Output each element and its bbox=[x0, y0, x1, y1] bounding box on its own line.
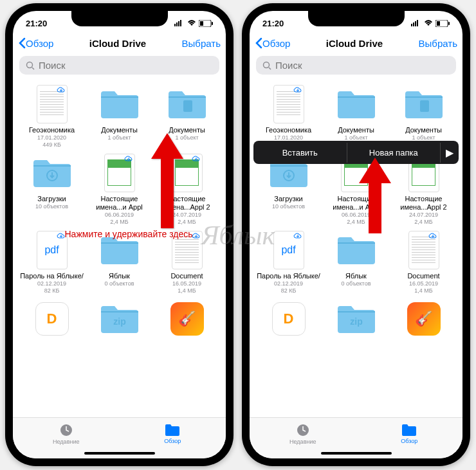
item-name: Document bbox=[170, 272, 203, 280]
file-item[interactable]: Document16.05.20191,4 МБ bbox=[391, 230, 456, 294]
svg-rect-5 bbox=[212, 22, 213, 25]
item-icon bbox=[266, 84, 312, 125]
svg-rect-9 bbox=[183, 100, 192, 112]
folder-icon bbox=[401, 424, 417, 437]
chevron-left-icon bbox=[18, 37, 26, 49]
clock-icon bbox=[296, 423, 310, 437]
item-name: Пароль на Яблыке/ bbox=[20, 272, 84, 280]
item-icon bbox=[333, 230, 380, 271]
item-icon: zip bbox=[333, 298, 380, 339]
annotation-left: Нажмите и удерживайте здесь bbox=[64, 228, 193, 240]
search-input[interactable] bbox=[39, 60, 213, 71]
nav-title: iCloud Drive bbox=[290, 38, 418, 49]
file-item[interactable]: Яблык0 объектов bbox=[324, 230, 389, 294]
item-icon bbox=[401, 230, 447, 271]
file-item[interactable]: D bbox=[19, 298, 84, 341]
home-indicator[interactable] bbox=[84, 452, 155, 455]
item-name: Настоящие имена...и Appl bbox=[87, 195, 152, 212]
phone-right: 21:20 Обзор iCloud Drive Выбрать Геоэкон… bbox=[242, 3, 470, 466]
item-icon bbox=[164, 84, 210, 125]
file-item[interactable]: Геоэкономика17.01.2020449 КБ bbox=[256, 84, 321, 149]
notch bbox=[308, 11, 405, 26]
file-item[interactable]: zip bbox=[87, 298, 152, 341]
item-icon bbox=[333, 84, 380, 125]
arrow-annotation-right bbox=[356, 158, 394, 235]
file-item[interactable]: 🎸 bbox=[154, 298, 219, 341]
search-bar[interactable] bbox=[19, 56, 219, 75]
item-icon: 🎸 bbox=[164, 298, 210, 339]
svg-rect-23 bbox=[420, 100, 429, 112]
item-name: Геоэкономика bbox=[29, 126, 75, 134]
svg-text:zip: zip bbox=[113, 316, 125, 327]
svg-point-7 bbox=[27, 62, 33, 68]
item-name: Пароль на Яблыке/ bbox=[257, 272, 320, 280]
status-time: 21:20 bbox=[262, 19, 284, 28]
svg-rect-19 bbox=[448, 22, 450, 25]
svg-marker-26 bbox=[359, 158, 391, 233]
nav-bar: Обзор iCloud Drive Выбрать bbox=[13, 32, 226, 55]
item-icon bbox=[401, 84, 447, 125]
item-name: Геоэкономика bbox=[266, 126, 311, 134]
svg-rect-14 bbox=[411, 24, 412, 26]
item-name: Документы bbox=[338, 126, 374, 134]
svg-rect-2 bbox=[178, 21, 179, 26]
item-name: Загрузки bbox=[37, 195, 66, 203]
arrow-annotation-left bbox=[148, 133, 187, 230]
item-icon: zip bbox=[96, 298, 143, 339]
item-icon bbox=[96, 152, 143, 194]
svg-rect-20 bbox=[437, 21, 440, 26]
svg-line-22 bbox=[269, 68, 271, 69]
svg-rect-0 bbox=[174, 24, 176, 26]
status-time: 21:20 bbox=[26, 19, 47, 28]
svg-rect-16 bbox=[415, 21, 416, 26]
item-name: Настоящие имена...Appl 2 bbox=[392, 195, 456, 212]
menu-more-arrow[interactable]: ▶ bbox=[441, 147, 459, 159]
file-item[interactable]: Документы1 объект bbox=[87, 84, 152, 149]
phone-left: 21:20 Обзор iCloud Drive Выбрать Геоэкон… bbox=[5, 3, 233, 466]
item-name: Документы bbox=[101, 126, 138, 134]
select-button[interactable]: Выбрать bbox=[419, 38, 457, 49]
status-indicators bbox=[411, 20, 450, 27]
item-icon: 🎸 bbox=[401, 298, 447, 339]
file-item[interactable]: Документы1 объект bbox=[391, 84, 456, 149]
item-name: Document bbox=[407, 272, 439, 280]
notch bbox=[71, 11, 168, 26]
chevron-left-icon bbox=[255, 37, 262, 49]
clock-icon bbox=[59, 423, 73, 437]
file-item[interactable]: Загрузки10 объектов bbox=[19, 152, 84, 226]
search-icon bbox=[262, 61, 271, 70]
svg-rect-15 bbox=[413, 23, 414, 26]
folder-icon bbox=[165, 424, 180, 437]
search-icon bbox=[26, 61, 35, 70]
svg-text:zip: zip bbox=[350, 316, 362, 327]
status-indicators bbox=[174, 20, 213, 27]
file-item[interactable]: Настоящие имена...и Appl06.06.20192,4 МБ bbox=[87, 152, 152, 226]
back-button[interactable]: Обзор bbox=[18, 37, 53, 49]
svg-rect-1 bbox=[176, 23, 178, 26]
search-bar[interactable] bbox=[256, 56, 456, 75]
svg-rect-17 bbox=[417, 20, 418, 26]
item-icon bbox=[29, 152, 75, 194]
file-item[interactable]: Геоэкономика17.01.2020449 КБ bbox=[19, 84, 84, 149]
file-grid: Геоэкономика17.01.2020449 КБДокументы1 о… bbox=[13, 80, 226, 345]
back-button[interactable]: Обзор bbox=[255, 37, 290, 49]
home-indicator[interactable] bbox=[321, 452, 392, 455]
search-input[interactable] bbox=[275, 60, 450, 71]
file-item[interactable]: Документы1 объект bbox=[324, 84, 389, 149]
svg-point-21 bbox=[264, 62, 270, 68]
file-item[interactable]: 🎸 bbox=[391, 298, 456, 341]
svg-marker-12 bbox=[151, 133, 183, 228]
item-icon: pdf bbox=[266, 230, 312, 271]
select-button[interactable]: Выбрать bbox=[182, 38, 221, 49]
svg-line-8 bbox=[32, 68, 34, 69]
item-icon: D bbox=[29, 298, 75, 339]
item-icon bbox=[29, 84, 75, 125]
item-name: Яблык bbox=[345, 272, 367, 280]
menu-paste[interactable]: Вставить bbox=[253, 143, 347, 163]
item-name: Яблык bbox=[109, 272, 130, 280]
item-name: Документы bbox=[405, 126, 442, 134]
file-item[interactable]: D bbox=[256, 298, 321, 341]
file-item[interactable]: zip bbox=[324, 298, 389, 341]
item-name: Загрузки bbox=[274, 195, 302, 203]
file-item[interactable]: pdfПароль на Яблыке/02.12.201982 КБ bbox=[256, 230, 321, 294]
